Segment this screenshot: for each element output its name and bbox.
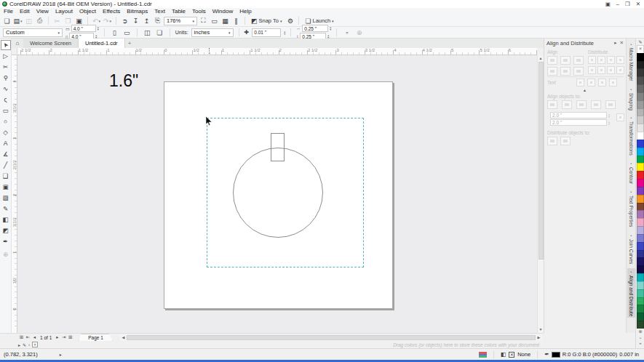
document-palette-scroll-left[interactable]: ‹ [28, 342, 30, 347]
menu-effects[interactable]: Effects [103, 8, 120, 15]
menu-view[interactable]: View [36, 8, 49, 15]
page-size-preset-combobox[interactable]: Custom▾ [3, 28, 63, 37]
zoom-level-combobox[interactable]: 176%▾ [164, 17, 197, 25]
redo-button[interactable]: ↷▾ [103, 16, 112, 25]
print-button[interactable]: ⎙ [35, 16, 44, 25]
outline-pen-tool[interactable]: ✒ [1, 236, 11, 246]
menu-help[interactable]: Help [239, 8, 251, 15]
menu-layout[interactable]: Layout [55, 8, 73, 15]
horizontal-ruler[interactable]: 2 1/221 1/211/201/211 1/222 1/233 1/244 … [17, 48, 537, 55]
scroll-down-arrow[interactable]: ▼ [539, 326, 543, 333]
palette-scroll-down-button[interactable]: ⌄ [638, 334, 642, 340]
specify-point-button[interactable] [616, 113, 624, 121]
distribute-left-button[interactable] [588, 56, 596, 64]
add-to-property-bar-button[interactable]: ⊕ [354, 28, 364, 37]
new-document-button[interactable]: ❏ [2, 16, 12, 25]
distribute-spacing-h-button[interactable] [607, 56, 615, 64]
units-combobox[interactable]: inches▾ [191, 28, 234, 37]
distribute-bottom-button[interactable] [616, 66, 624, 74]
next-page-button[interactable]: ▸ [54, 334, 60, 340]
home-icon[interactable]: ⌂ [12, 39, 23, 48]
align-point-y-spinner[interactable]: ▴▾ [608, 121, 610, 125]
launch-dropdown[interactable]: ❏Launch▾ [303, 17, 335, 25]
text-baseline-first-button[interactable] [576, 79, 584, 87]
rectangle-tool[interactable]: ▭ [1, 105, 11, 116]
document-palette-eyedropper-icon[interactable]: ✎ [23, 342, 26, 347]
options-button[interactable]: ⚙ [285, 16, 295, 25]
align-top-button[interactable] [547, 67, 557, 76]
distribute-top-button[interactable] [588, 66, 596, 74]
scroll-up-arrow[interactable]: ▲ [539, 55, 543, 62]
show-guidelines-button[interactable]: ∥ [231, 16, 241, 25]
smart-fill-tool[interactable]: ◩ [1, 225, 11, 236]
show-grid-button[interactable]: ▦ [220, 16, 230, 25]
distribute-right-button[interactable] [616, 56, 624, 64]
full-screen-preview-button[interactable]: ⛶ [199, 16, 208, 25]
docker-tab-align-and-distribute[interactable]: ▪Align and Distribute [627, 268, 635, 318]
first-page-button[interactable]: ⇤ [25, 334, 31, 340]
page-tab[interactable]: Page 1 [79, 334, 113, 341]
document-tab-welcome-screen[interactable]: Welcome Screen [23, 39, 79, 48]
show-rulers-button[interactable]: ▭ [210, 16, 219, 25]
add-color-button[interactable]: ⊕ [638, 329, 642, 334]
align-point-y-field[interactable]: 2.0 " [550, 119, 607, 126]
scroll-right-arrow[interactable]: ▶ [536, 335, 542, 339]
new-tab-button[interactable]: + [125, 39, 135, 48]
align-to-page-center-button[interactable] [576, 100, 587, 109]
docker-tab-contour[interactable]: ▪Contour [627, 160, 635, 185]
docker-tab-macro-manager[interactable]: ▪Macro Manager [627, 41, 635, 83]
fill-none-swatch[interactable]: ✕ [509, 352, 514, 358]
publish-pdf-button[interactable]: ⎘ [153, 16, 162, 25]
open-button[interactable]: ▤▾ [13, 16, 23, 25]
add-page-end-button[interactable]: ⊞ [67, 334, 73, 340]
nudge-distance-field[interactable]: 0.01 " [252, 28, 281, 37]
snap-to-dropdown[interactable]: ◩Snap To▾ [249, 17, 284, 25]
distribute-spacing-v-button[interactable] [607, 66, 615, 74]
restore-button[interactable]: ❐ [625, 0, 630, 8]
minimize-button[interactable]: – [616, 0, 619, 8]
align-center-horizontal-button[interactable] [560, 56, 571, 65]
align-bottom-button[interactable] [573, 67, 584, 76]
distribute-center-v-button[interactable] [597, 66, 605, 74]
docker-tab-transformations[interactable]: ▪Transformations [627, 114, 635, 157]
current-page-button[interactable]: ❏ [155, 28, 164, 37]
page-width-spinner[interactable]: ▴▾ [98, 26, 99, 31]
color-swatch[interactable] [637, 321, 644, 329]
drop-shadow-tool[interactable]: ❑ [1, 170, 11, 181]
ruler-origin-corner[interactable] [12, 48, 17, 55]
collapse-section-arrow[interactable]: ▲ [583, 88, 587, 92]
horizontal-scrollbar-thumb[interactable] [127, 335, 536, 340]
align-to-specified-point-button[interactable] [605, 100, 616, 109]
document-tab-untitled-1-cdr[interactable]: Untitled-1.cdr [79, 39, 125, 48]
previous-page-button[interactable]: ◂ [31, 334, 38, 340]
text-outline-button[interactable] [609, 79, 617, 87]
all-pages-button[interactable]: ◫ [143, 28, 152, 37]
text-tool[interactable]: A [1, 137, 11, 148]
parallel-dimension-tool[interactable]: ∡ [1, 148, 11, 159]
docker-tab-join-curves[interactable]: ▪Join Curves [627, 232, 635, 265]
export-button[interactable]: ↥ [142, 16, 151, 25]
align-center-vertical-button[interactable] [560, 67, 571, 76]
align-point-x-field[interactable]: 2.0 " [550, 112, 607, 118]
scroll-left-arrow[interactable]: ◀ [120, 335, 127, 339]
vertical-scrollbar[interactable]: ▲ ▼ [537, 55, 544, 333]
pick-tool[interactable]: ➤ [1, 40, 11, 50]
menu-object[interactable]: Object [79, 8, 96, 15]
align-to-page-edge-button[interactable] [562, 100, 572, 109]
treat-all-objects-as-filled-button[interactable]: ▫ [342, 28, 351, 37]
crop-tool[interactable]: ✂ [1, 61, 11, 72]
text-baseline-last-button[interactable] [587, 79, 595, 87]
distribute-to-page-button[interactable] [560, 137, 571, 145]
rectangle-shape[interactable] [271, 133, 285, 161]
drawing-canvas[interactable]: 1.6" [17, 55, 537, 333]
distribute-to-selection-button[interactable] [547, 137, 557, 145]
docker-tab-text-properties[interactable]: ▪Text Properties [627, 188, 635, 228]
text-bounding-box-button[interactable] [598, 79, 606, 87]
palette-expand-button[interactable]: » [639, 340, 641, 346]
vertical-ruler[interactable]: 43 1/232 1/221 1/211/20 [12, 55, 17, 333]
document-palette-no-color-swatch[interactable]: ✕ [32, 342, 38, 347]
menu-tools[interactable]: Tools [192, 8, 206, 15]
horizontal-scrollbar[interactable]: ◀ ▶ [120, 334, 542, 341]
transparency-tool[interactable]: ▨ [1, 192, 11, 203]
docker-close-icon[interactable]: ✕ [620, 40, 624, 46]
